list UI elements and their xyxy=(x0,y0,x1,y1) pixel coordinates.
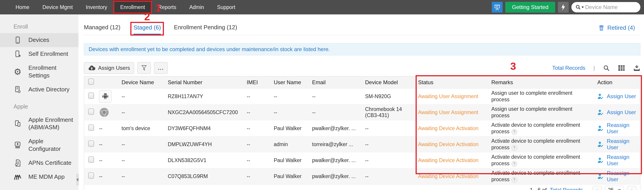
device-search-input[interactable] xyxy=(585,4,630,10)
row-checkbox[interactable] xyxy=(88,125,94,131)
gear-icon: ⚙ xyxy=(13,68,22,76)
cloud-upload-icon xyxy=(88,65,96,71)
device-icon-cell: -- xyxy=(94,140,117,149)
page-size-select[interactable]: 25 xyxy=(605,186,624,190)
pagination-total-records-link[interactable]: Total Records xyxy=(550,187,583,190)
apple-configurator-icon xyxy=(13,141,22,149)
next-page-button[interactable]: › xyxy=(627,186,636,190)
tour-button[interactable] xyxy=(492,2,502,12)
quick-actions-button[interactable] xyxy=(558,2,569,12)
remarks-text: Assign user to complete enrollment proce… xyxy=(491,90,572,102)
device-icon-cell: -- xyxy=(94,124,117,133)
smartphone-plus-icon xyxy=(13,50,22,58)
export-download-icon[interactable] xyxy=(633,65,640,71)
serial-number-cell: DMPLWZUWF4YH xyxy=(163,140,242,149)
tab-enrollment-pending[interactable]: Enrollment Pending (12) xyxy=(174,24,237,35)
assign-users-button[interactable]: Assign Users xyxy=(84,62,134,74)
sidebar-item-label: Apple Configurator xyxy=(28,138,73,153)
status-cell: Awaiting Device Activation xyxy=(414,156,487,165)
user-name-cell: -- xyxy=(269,92,308,101)
search-icon[interactable] xyxy=(576,4,584,10)
user-name-cell: -- xyxy=(269,108,308,117)
sidebar-section-enroll: Enroll xyxy=(14,23,78,30)
total-records-link[interactable]: Total Records xyxy=(552,65,585,71)
nav-item-inventory[interactable]: Inventory xyxy=(79,0,114,14)
search-category-caret-icon[interactable] xyxy=(582,6,584,8)
sidebar-item-label: Enrollment Settings xyxy=(28,64,73,79)
nav-item-home[interactable]: Home xyxy=(9,0,36,14)
nav-item-reports[interactable]: Reports xyxy=(152,0,183,14)
row-checkbox[interactable] xyxy=(88,157,94,163)
nav-item-admin[interactable]: Admin xyxy=(183,0,210,14)
sidebar-item-me-mdm-app[interactable]: ME MDM App xyxy=(0,170,78,184)
help-icon[interactable]: ? xyxy=(512,145,517,151)
column-serial-number[interactable]: Serial Number xyxy=(163,78,242,87)
table-search-icon[interactable] xyxy=(603,65,610,71)
sidebar-item-self-enrollment[interactable]: Self Enrollment xyxy=(0,47,78,61)
column-status[interactable]: Status xyxy=(414,78,487,87)
tab-managed[interactable]: Managed (12) xyxy=(84,24,120,35)
column-remarks[interactable]: Remarks xyxy=(487,78,584,87)
column-imei[interactable]: IMEI xyxy=(242,78,269,87)
table-row: -- -- DMPLWZUWF4YH -- admin torreira@zyl… xyxy=(84,136,640,152)
trash-icon xyxy=(598,24,604,31)
help-icon[interactable]: ? xyxy=(512,177,517,183)
help-icon[interactable]: ? xyxy=(512,161,517,167)
server-gear-icon xyxy=(13,86,22,93)
reassign-user-action[interactable]: Reassign User xyxy=(584,137,640,152)
status-cell: Awaiting Device Activation xyxy=(414,140,487,149)
previous-page-button[interactable]: ‹ xyxy=(592,186,602,190)
device-name-cell: tom's device xyxy=(117,124,163,133)
top-nav: Home Device Mgmt Inventory Enrollment 1 … xyxy=(0,0,644,14)
chrome-icon[interactable] xyxy=(99,107,114,118)
sidebar-item-enrollment-settings[interactable]: ⚙ Enrollment Settings xyxy=(0,61,78,83)
sidebar-item-label: Active Directory xyxy=(28,86,70,93)
email-cell: pwalker@zylker. ... xyxy=(308,124,360,133)
reassign-user-action[interactable]: Reassign User xyxy=(584,169,640,184)
nav-item-enrollment[interactable]: Enrollment 1 xyxy=(114,0,152,14)
tab-bar: Managed (12) Staged (6) 2 Enrollment Pen… xyxy=(84,14,640,35)
reassign-user-action[interactable]: Reassign User xyxy=(584,153,640,168)
row-checkbox[interactable] xyxy=(88,173,94,179)
android-device-button[interactable] xyxy=(99,90,112,103)
assign-user-action[interactable]: Assign User xyxy=(584,92,640,101)
sidebar-item-active-directory[interactable]: Active Directory xyxy=(0,83,78,97)
table-footer: 1 - 6 of Total Records ‹ 25 › xyxy=(84,184,640,190)
column-chooser-icon[interactable] xyxy=(618,65,625,71)
assign-user-action[interactable]: Assign User xyxy=(584,108,640,117)
help-icon[interactable]: ? xyxy=(512,129,517,135)
row-checkbox[interactable] xyxy=(88,93,94,99)
column-user-name[interactable]: User Name xyxy=(269,78,308,87)
status-cell: Awaiting Device Activation xyxy=(414,124,487,133)
nav-item-device-mgmt[interactable]: Device Mgmt xyxy=(36,0,79,14)
select-all-checkbox[interactable] xyxy=(88,79,94,85)
device-name-cell: -- xyxy=(117,172,163,181)
sidebar-item-apple-configurator[interactable]: Apple Configurator xyxy=(0,134,78,156)
filter-button[interactable] xyxy=(137,62,151,74)
status-cell: Awaiting Device Activation xyxy=(414,172,487,181)
retired-link[interactable]: Retired (4) xyxy=(598,24,635,35)
assign-users-label: Assign Users xyxy=(98,65,130,71)
ellipsis-icon: ... xyxy=(158,65,164,71)
nav-item-support[interactable]: Support xyxy=(210,0,242,14)
reassign-user-action[interactable]: Reassign User xyxy=(584,121,640,136)
sidebar-item-apple-enrollment[interactable]: Apple Enrollment (ABM/ASM) xyxy=(0,113,78,135)
row-checkbox[interactable] xyxy=(88,141,94,147)
column-device-name[interactable]: Device Name xyxy=(117,78,163,87)
sidebar-section-apple: Apple xyxy=(14,103,78,110)
row-checkbox[interactable] xyxy=(88,109,94,115)
getting-started-button[interactable]: Getting Started xyxy=(505,2,555,12)
sidebar-item-apns-certificate[interactable]: APNs Certificate xyxy=(0,156,78,170)
column-device-model[interactable]: Device Model xyxy=(360,78,414,87)
device-model-cell: -- xyxy=(360,156,414,165)
column-email[interactable]: Email xyxy=(308,78,360,87)
remarks-text: Assign user to complete enrollment proce… xyxy=(491,106,572,118)
sidebar-item-devices[interactable]: Devices xyxy=(0,33,78,47)
manageengine-logo-icon xyxy=(13,174,22,180)
presentation-icon xyxy=(494,4,500,10)
column-action[interactable]: Action xyxy=(584,78,640,87)
remarks-text: Activate device to complete enrollment p… xyxy=(491,122,580,134)
action-label: Assign User xyxy=(607,109,636,116)
tab-staged[interactable]: Staged (6) 2 xyxy=(134,24,161,35)
more-actions-button[interactable]: ... xyxy=(154,62,168,74)
